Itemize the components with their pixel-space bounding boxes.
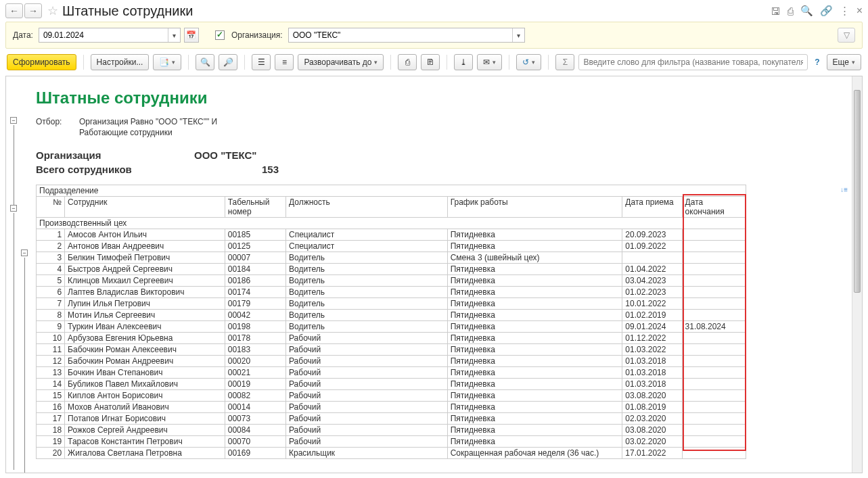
nav-forward-button[interactable]: →	[24, 3, 42, 18]
cell-tabnum: 00198	[225, 321, 285, 333]
send-email-button[interactable]: ✉▾	[477, 54, 502, 70]
table-row[interactable]: 9Туркин Иван Алексеевич00198ВодительПяти…	[37, 321, 746, 333]
cell-num: 12	[37, 356, 65, 367]
cell-position: Красильщик	[286, 448, 448, 459]
table-row[interactable]: 18Рожков Сергей Андреевич00084РабочийПят…	[37, 425, 746, 436]
save-icon[interactable]: 🖫	[771, 5, 781, 17]
table-row[interactable]: 3Белкин Тимофей Петрович00007ВодительСме…	[37, 252, 746, 264]
outline-toggle-3[interactable]: −	[21, 249, 28, 256]
print-preview-button[interactable]: 🖹	[421, 54, 440, 70]
table-row[interactable]: 19Тарасов Константин Петрович00070Рабочи…	[37, 436, 746, 448]
cell-position: Водитель	[286, 321, 448, 333]
cell-tabnum: 00084	[225, 425, 285, 436]
cell-num: 13	[37, 367, 65, 379]
cell-employee: Клинцов Михаил Сергеевич	[65, 275, 225, 287]
settings-button[interactable]: Настройки...	[91, 54, 150, 70]
sum-button[interactable]: Σ	[555, 54, 574, 70]
scrollbar-thumb[interactable]	[854, 90, 861, 293]
cell-tabnum: 00184	[225, 264, 285, 275]
org-dropdown-button[interactable]: ▾	[512, 28, 524, 42]
generate-button[interactable]: Сформировать	[7, 54, 76, 70]
cell-schedule: Смена 3 (швейный цех)	[447, 252, 622, 264]
filter-description: Отбор: Организация Равно "ООО "ТЕКС"" И	[36, 117, 845, 126]
help-button[interactable]: ?	[812, 57, 822, 67]
table-row[interactable]: 17Потапов Игнат Борисович00073РабочийПят…	[37, 413, 746, 425]
find-button[interactable]: 🔍	[196, 54, 214, 70]
org-checkbox[interactable]	[215, 30, 225, 40]
nav-back-button[interactable]: ←	[5, 3, 23, 18]
date-dropdown-button[interactable]: ▾	[168, 28, 180, 42]
outline-toggle-2[interactable]: −	[10, 205, 17, 212]
date-input[interactable]	[39, 28, 168, 42]
cell-position: Специалист	[286, 229, 448, 241]
org-input[interactable]	[289, 28, 512, 42]
cell-employee: Бочкин Иван Степанович	[65, 367, 225, 379]
expand-all-button[interactable]: ≡	[275, 54, 294, 70]
print-icon[interactable]: ⎙	[787, 5, 794, 17]
cell-schedule: Пятидневка	[447, 356, 622, 367]
cell-tabnum: 00020	[225, 356, 285, 367]
link-icon[interactable]: 🔗	[820, 5, 833, 17]
cell-position: Водитель	[286, 298, 448, 310]
report-scroll[interactable]: − − − Штатные сотрудники Отбор: Организа…	[6, 76, 852, 473]
cell-employee: Арбузова Евгения Юрьевна	[65, 333, 225, 344]
table-row[interactable]: 10Арбузова Евгения Юрьевна00178РабочийПя…	[37, 333, 746, 344]
printer-icon: ⎙	[405, 57, 410, 67]
calendar-button[interactable]: 📅	[184, 28, 199, 43]
cell-tabnum: 00125	[225, 241, 285, 252]
cell-hire-date: 01.12.2022	[622, 333, 682, 344]
table-row[interactable]: 2Антонов Иван Андреевич00125СпециалистПя…	[37, 241, 746, 252]
cell-tabnum: 00186	[225, 275, 285, 287]
preview-icon[interactable]: 🔍	[800, 5, 813, 17]
cell-position: Рабочий	[286, 333, 448, 344]
collapse-all-button[interactable]: ☰	[252, 54, 271, 70]
col-num: №	[37, 197, 65, 218]
cell-tabnum: 00073	[225, 413, 285, 425]
table-row[interactable]: 20Жигалова Светлана Петровна00169Красиль…	[37, 448, 746, 459]
table-row[interactable]: 5Клинцов Михаил Сергеевич00186ВодительПя…	[37, 275, 746, 287]
cell-num: 18	[37, 425, 65, 436]
table-row[interactable]: 4Быстров Андрей Сергеевич00184ВодительПя…	[37, 264, 746, 275]
cell-position: Водитель	[286, 287, 448, 298]
filter-funnel-button[interactable]: ▽	[838, 28, 855, 43]
vertical-scrollbar[interactable]	[852, 76, 862, 473]
favorite-star-icon[interactable]: ☆	[47, 3, 58, 18]
cell-tabnum: 00014	[225, 402, 285, 413]
outline-toggle-1[interactable]: −	[10, 117, 17, 124]
variants-icon: 📑	[159, 57, 169, 67]
cell-tabnum: 00070	[225, 436, 285, 448]
print-button[interactable]: ⎙	[398, 54, 417, 70]
expand-to-button[interactable]: Разворачивать до▾	[298, 54, 384, 70]
cell-schedule: Пятидневка	[447, 402, 622, 413]
summary-org: Организация ООО "ТЕКС"	[36, 149, 845, 161]
refresh-button[interactable]: ↺▾	[516, 54, 541, 70]
table-row[interactable]: 11Бабочкин Роман Алексеевич00183РабочийП…	[37, 344, 746, 356]
cell-position: Рабочий	[286, 356, 448, 367]
kebab-menu-icon[interactable]: ⋮	[840, 5, 850, 17]
more-button[interactable]: Еще▾	[827, 54, 861, 70]
table-row[interactable]: 14Бубликов Павел Михайлович00019РабочийП…	[37, 379, 746, 390]
cell-hire-date: 02.03.2020	[622, 413, 682, 425]
table-row[interactable]: 15Киплов Антон Борисович00082РабочийПяти…	[37, 390, 746, 402]
table-row[interactable]: 6Лаптев Владислав Викторович00174Водител…	[37, 287, 746, 298]
sigma-icon: Σ	[563, 57, 568, 67]
cell-num: 11	[37, 344, 65, 356]
table-row[interactable]: 8Мотин Илья Сергеевич00042ВодительПятидн…	[37, 310, 746, 321]
table-row[interactable]: 1Амосов Антон Ильич00185СпециалистПятидн…	[37, 229, 746, 241]
org-label: Организация:	[231, 30, 283, 40]
close-icon[interactable]: ×	[856, 5, 863, 17]
cell-hire-date: 01.02.2023	[622, 287, 682, 298]
cell-num: 9	[37, 321, 65, 333]
save-file-button[interactable]: ⤓	[454, 54, 473, 70]
table-row[interactable]: 7Лупин Илья Петрович00179ВодительПятидне…	[37, 298, 746, 310]
cell-employee: Быстров Андрей Сергеевич	[65, 264, 225, 275]
report-content: − − − Штатные сотрудники Отбор: Организа…	[6, 76, 852, 466]
find-next-button[interactable]: 🔎	[219, 54, 237, 70]
table-row[interactable]: 12Бабочкин Роман Андреевич00020РабочийПя…	[37, 356, 746, 367]
table-row[interactable]: 16Мохов Анатолий Иванович00014РабочийПят…	[37, 402, 746, 413]
search-input[interactable]	[578, 54, 808, 70]
cell-position: Водитель	[286, 252, 448, 264]
table-row[interactable]: 13Бочкин Иван Степанович00021РабочийПяти…	[37, 367, 746, 379]
variants-button[interactable]: 📑▾	[153, 54, 181, 70]
cell-num: 3	[37, 252, 65, 264]
